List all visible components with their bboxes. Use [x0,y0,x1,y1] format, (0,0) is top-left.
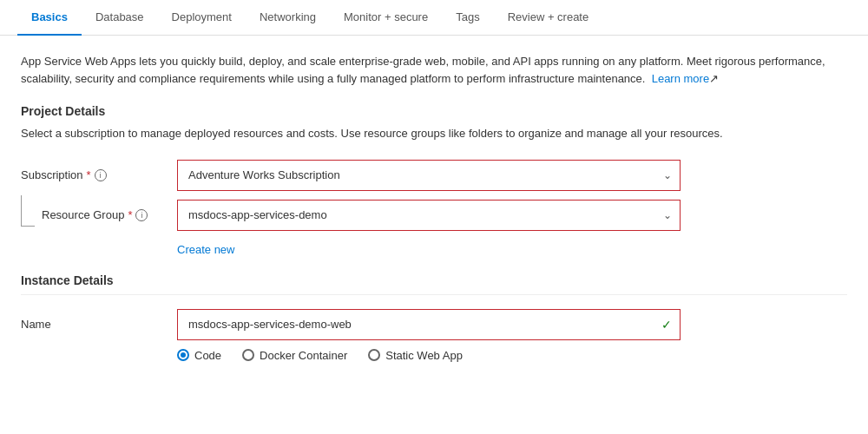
tab-navigation: Basics Database Deployment Networking Mo… [0,0,868,36]
resource-group-label-wrapper: Resource Group * i [21,204,177,227]
instance-details-title: Instance Details [21,273,847,287]
instance-details-section: Instance Details Name ✓ Code [21,273,847,362]
publish-radio-row: Code Docker Container Static Web App [21,349,847,362]
create-new-link[interactable]: Create new [177,243,234,256]
resource-group-row: Resource Group * i msdocs-app-services-d… [21,200,847,231]
intro-description: App Service Web Apps lets you quickly bu… [21,53,847,87]
publish-static-option[interactable]: Static Web App [368,349,463,362]
name-input[interactable] [177,309,681,340]
publish-docker-option[interactable]: Docker Container [242,349,347,362]
project-details-description: Select a subscription to manage deployed… [21,125,847,142]
publish-docker-radio-icon[interactable] [242,349,254,361]
publish-code-radio-icon[interactable] [177,349,189,361]
subscription-info-icon[interactable]: i [95,169,107,181]
subscription-dropdown-container: Adventure Works Subscription ⌄ [177,160,681,191]
tab-review[interactable]: Review + create [494,0,603,36]
project-details-title: Project Details [21,104,847,118]
tab-database[interactable]: Database [82,0,158,36]
section-divider [21,294,847,295]
name-label: Name [21,318,177,331]
app-container: Basics Database Deployment Networking Mo… [0,0,868,434]
tree-connector [21,195,35,227]
resource-group-dropdown-container: msdocs-app-services-demo ⌄ [177,200,681,231]
subscription-dropdown[interactable]: Adventure Works Subscription [177,160,681,191]
name-input-wrapper: ✓ [177,309,681,340]
resource-group-dropdown[interactable]: msdocs-app-services-demo [177,200,681,231]
project-details-section: Project Details Select a subscription to… [21,104,847,256]
resource-group-info-icon[interactable]: i [135,209,148,221]
tab-deployment[interactable]: Deployment [158,0,246,36]
resource-group-required: * [128,208,132,221]
publish-static-label: Static Web App [385,349,463,362]
subscription-row: Subscription * i Adventure Works Subscri… [21,160,847,191]
tab-tags[interactable]: Tags [442,0,493,36]
tab-monitor[interactable]: Monitor + secure [330,0,442,36]
tab-basics[interactable]: Basics [17,0,82,36]
main-content: App Service Web Apps lets you quickly bu… [0,36,868,379]
name-valid-checkmark-icon: ✓ [661,318,672,332]
create-new-row: Create new [21,240,847,256]
learn-more-link[interactable]: Learn more [652,72,709,85]
subscription-label: Subscription * i [21,168,177,181]
publish-code-option[interactable]: Code [177,349,221,362]
publish-docker-label: Docker Container [260,349,347,362]
subscription-required: * [87,168,91,181]
publish-code-label: Code [194,349,221,362]
publish-static-radio-icon[interactable] [368,349,380,361]
tab-networking[interactable]: Networking [246,0,330,36]
name-row: Name ✓ [21,309,847,340]
